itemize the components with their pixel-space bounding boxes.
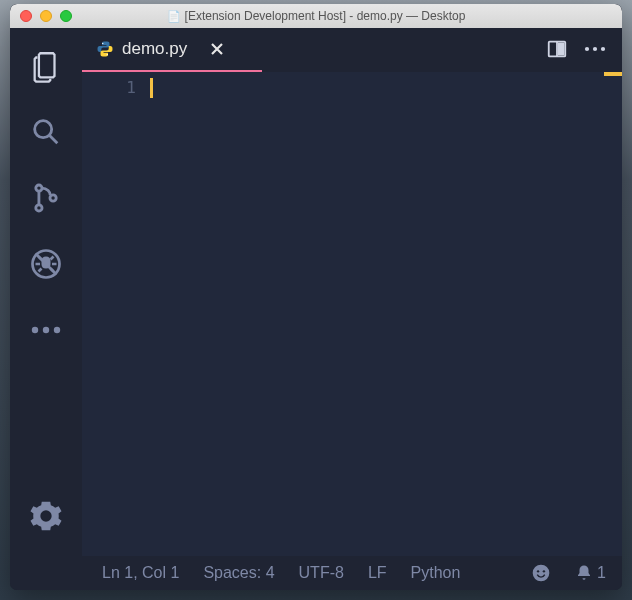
svg-point-10 [107, 54, 108, 55]
status-language[interactable]: Python [411, 564, 461, 582]
status-bar: Ln 1, Col 1 Spaces: 4 UTF-8 LF Python 1 [10, 556, 622, 590]
svg-point-3 [50, 195, 56, 201]
settings-gear-icon[interactable] [26, 496, 66, 536]
notification-count: 1 [597, 564, 606, 582]
source-control-icon[interactable] [26, 178, 66, 218]
svg-point-13 [585, 47, 589, 51]
editor-area[interactable]: 1 [82, 72, 622, 556]
svg-point-17 [537, 570, 539, 572]
svg-point-8 [42, 512, 51, 521]
editor-group: demo.py [82, 28, 622, 556]
overview-ruler-mark [604, 72, 622, 76]
additional-views-icon[interactable] [26, 310, 66, 350]
svg-point-7 [54, 327, 60, 333]
debug-icon[interactable] [26, 244, 66, 284]
titlebar: 📄 [Extension Development Host] - demo.py… [10, 4, 622, 28]
activity-bar [10, 28, 82, 556]
tab-label: demo.py [122, 39, 187, 59]
feedback-smile-icon[interactable] [531, 563, 551, 583]
editor[interactable]: 1 [82, 70, 622, 556]
status-encoding[interactable]: UTF-8 [299, 564, 344, 582]
status-cursor-position[interactable]: Ln 1, Col 1 [102, 564, 179, 582]
notifications-button[interactable]: 1 [575, 564, 606, 582]
file-icon: 📄 [167, 10, 181, 23]
svg-point-18 [543, 570, 545, 572]
main-area: demo.py [10, 28, 622, 556]
tab-demo-py[interactable]: demo.py [82, 28, 239, 70]
svg-point-16 [533, 565, 550, 582]
python-file-icon [96, 40, 114, 58]
bell-icon [575, 564, 593, 582]
svg-point-5 [32, 327, 38, 333]
editor-actions [546, 38, 614, 60]
svg-point-0 [35, 121, 52, 138]
close-tab-icon[interactable] [209, 41, 225, 57]
split-editor-icon[interactable] [546, 38, 568, 60]
window-title-text: [Extension Development Host] - demo.py —… [185, 9, 466, 23]
vscode-window: 📄 [Extension Development Host] - demo.py… [10, 4, 622, 590]
minimize-window-button[interactable] [40, 10, 52, 22]
explorer-icon[interactable] [26, 46, 66, 86]
line-gutter: 1 [82, 72, 150, 556]
svg-point-2 [36, 205, 42, 211]
window-title: 📄 [Extension Development Host] - demo.py… [10, 9, 622, 23]
status-eol[interactable]: LF [368, 564, 387, 582]
tabs-row: demo.py [82, 28, 622, 70]
svg-rect-12 [558, 43, 564, 56]
svg-point-15 [601, 47, 605, 51]
code-area[interactable] [150, 72, 622, 556]
svg-point-1 [36, 185, 42, 191]
search-icon[interactable] [26, 112, 66, 152]
svg-point-9 [102, 43, 103, 44]
more-actions-icon[interactable] [584, 38, 606, 60]
svg-point-6 [43, 327, 49, 333]
window-controls [20, 10, 72, 22]
close-window-button[interactable] [20, 10, 32, 22]
status-indentation[interactable]: Spaces: 4 [203, 564, 274, 582]
text-cursor [150, 78, 153, 98]
svg-point-14 [593, 47, 597, 51]
zoom-window-button[interactable] [60, 10, 72, 22]
line-number: 1 [82, 78, 136, 97]
